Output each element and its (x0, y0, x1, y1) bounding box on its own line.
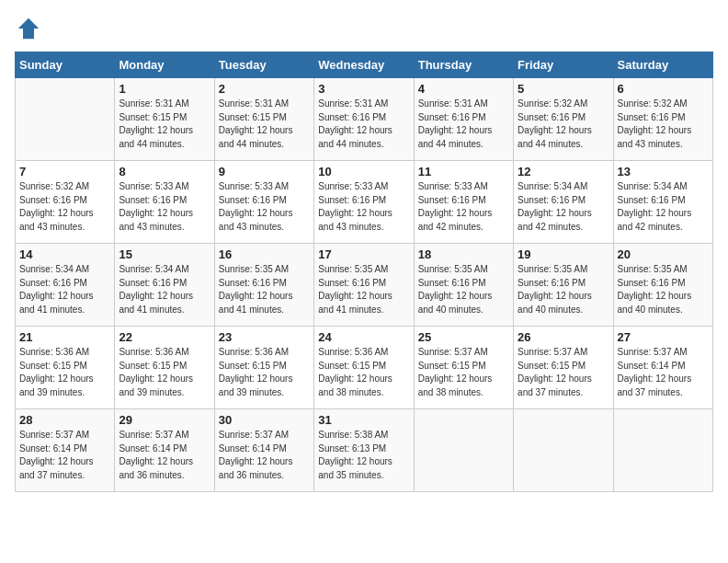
day-info: Sunrise: 5:37 AMSunset: 6:14 PMDaylight:… (618, 346, 709, 399)
day-info: Sunrise: 5:38 AMSunset: 6:13 PMDaylight:… (318, 429, 409, 482)
day-info: Sunrise: 5:37 AMSunset: 6:15 PMDaylight:… (418, 346, 509, 399)
day-number: 14 (19, 247, 110, 261)
page-header (15, 15, 713, 42)
day-info: Sunrise: 5:36 AMSunset: 6:15 PMDaylight:… (19, 346, 110, 399)
calendar-cell: 29Sunrise: 5:37 AMSunset: 6:14 PMDayligh… (115, 409, 214, 492)
calendar-cell: 25Sunrise: 5:37 AMSunset: 6:15 PMDayligh… (414, 327, 513, 409)
day-info: Sunrise: 5:35 AMSunset: 6:16 PMDaylight:… (618, 263, 709, 316)
calendar-cell: 16Sunrise: 5:35 AMSunset: 6:16 PMDayligh… (214, 244, 313, 327)
day-number: 17 (318, 247, 409, 261)
day-info: Sunrise: 5:34 AMSunset: 6:16 PMDaylight:… (119, 263, 210, 316)
day-number: 22 (119, 330, 210, 344)
day-info: Sunrise: 5:36 AMSunset: 6:15 PMDaylight:… (219, 346, 310, 399)
day-number: 8 (119, 165, 210, 178)
calendar-week-1: 1Sunrise: 5:31 AMSunset: 6:15 PMDaylight… (16, 78, 713, 161)
calendar-cell: 15Sunrise: 5:34 AMSunset: 6:16 PMDayligh… (115, 244, 214, 327)
day-info: Sunrise: 5:34 AMSunset: 6:16 PMDaylight:… (518, 180, 609, 234)
day-number: 15 (119, 247, 210, 261)
day-number: 1 (119, 82, 210, 96)
column-header-wednesday: Wednesday (314, 52, 414, 78)
calendar-cell: 1Sunrise: 5:31 AMSunset: 6:15 PMDaylight… (115, 78, 214, 161)
day-info: Sunrise: 5:36 AMSunset: 6:15 PMDaylight:… (119, 346, 210, 399)
day-number: 3 (318, 82, 409, 96)
day-info: Sunrise: 5:32 AMSunset: 6:16 PMDaylight:… (618, 98, 709, 151)
day-info: Sunrise: 5:33 AMSunset: 6:16 PMDaylight:… (119, 180, 210, 234)
logo-icon (15, 15, 42, 42)
calendar-cell: 11Sunrise: 5:33 AMSunset: 6:16 PMDayligh… (414, 161, 513, 244)
calendar-week-3: 14Sunrise: 5:34 AMSunset: 6:16 PMDayligh… (16, 244, 713, 327)
day-info: Sunrise: 5:35 AMSunset: 6:16 PMDaylight:… (219, 263, 310, 316)
calendar-cell: 17Sunrise: 5:35 AMSunset: 6:16 PMDayligh… (314, 244, 414, 327)
calendar-cell (414, 409, 513, 492)
day-number: 4 (418, 82, 509, 96)
day-info: Sunrise: 5:31 AMSunset: 6:16 PMDaylight:… (418, 98, 509, 151)
calendar-cell: 10Sunrise: 5:33 AMSunset: 6:16 PMDayligh… (314, 161, 414, 244)
day-number: 29 (119, 413, 210, 427)
column-header-tuesday: Tuesday (214, 52, 313, 78)
day-number: 21 (19, 330, 110, 344)
day-info: Sunrise: 5:35 AMSunset: 6:16 PMDaylight:… (518, 263, 609, 316)
calendar-cell: 4Sunrise: 5:31 AMSunset: 6:16 PMDaylight… (414, 78, 513, 161)
day-number: 25 (418, 330, 509, 344)
day-info: Sunrise: 5:32 AMSunset: 6:16 PMDaylight:… (19, 180, 110, 234)
day-info: Sunrise: 5:35 AMSunset: 6:16 PMDaylight:… (318, 263, 409, 316)
calendar-table: SundayMondayTuesdayWednesdayThursdayFrid… (15, 52, 713, 492)
calendar-week-4: 21Sunrise: 5:36 AMSunset: 6:15 PMDayligh… (16, 327, 713, 409)
day-number: 31 (318, 413, 409, 427)
calendar-cell: 13Sunrise: 5:34 AMSunset: 6:16 PMDayligh… (613, 161, 712, 244)
day-info: Sunrise: 5:37 AMSunset: 6:15 PMDaylight:… (518, 346, 609, 399)
day-info: Sunrise: 5:31 AMSunset: 6:15 PMDaylight:… (219, 98, 310, 151)
calendar-cell: 30Sunrise: 5:37 AMSunset: 6:14 PMDayligh… (214, 409, 313, 492)
column-header-monday: Monday (115, 52, 214, 78)
day-number: 10 (318, 165, 409, 178)
day-number: 6 (618, 82, 709, 96)
calendar-cell: 8Sunrise: 5:33 AMSunset: 6:16 PMDaylight… (115, 161, 214, 244)
day-number: 26 (518, 330, 609, 344)
calendar-cell: 12Sunrise: 5:34 AMSunset: 6:16 PMDayligh… (514, 161, 613, 244)
day-info: Sunrise: 5:34 AMSunset: 6:16 PMDaylight:… (19, 263, 110, 316)
day-number: 27 (618, 330, 709, 344)
calendar-cell: 3Sunrise: 5:31 AMSunset: 6:16 PMDaylight… (314, 78, 414, 161)
calendar-cell: 6Sunrise: 5:32 AMSunset: 6:16 PMDaylight… (613, 78, 712, 161)
calendar-cell: 27Sunrise: 5:37 AMSunset: 6:14 PMDayligh… (613, 327, 712, 409)
day-info: Sunrise: 5:32 AMSunset: 6:16 PMDaylight:… (518, 98, 609, 151)
column-header-saturday: Saturday (613, 52, 712, 78)
day-number: 20 (618, 247, 709, 261)
calendar-cell (16, 78, 115, 161)
day-number: 16 (219, 247, 310, 261)
day-number: 11 (418, 165, 509, 178)
day-number: 23 (219, 330, 310, 344)
day-number: 5 (518, 82, 609, 96)
day-info: Sunrise: 5:36 AMSunset: 6:15 PMDaylight:… (318, 346, 409, 399)
calendar-cell: 14Sunrise: 5:34 AMSunset: 6:16 PMDayligh… (16, 244, 115, 327)
day-info: Sunrise: 5:31 AMSunset: 6:16 PMDaylight:… (318, 98, 409, 151)
calendar-cell: 20Sunrise: 5:35 AMSunset: 6:16 PMDayligh… (613, 244, 712, 327)
column-header-friday: Friday (514, 52, 613, 78)
calendar-cell: 26Sunrise: 5:37 AMSunset: 6:15 PMDayligh… (514, 327, 613, 409)
day-number: 28 (19, 413, 110, 427)
column-header-thursday: Thursday (414, 52, 513, 78)
calendar-cell: 2Sunrise: 5:31 AMSunset: 6:15 PMDaylight… (214, 78, 313, 161)
calendar-cell (613, 409, 712, 492)
calendar-cell: 7Sunrise: 5:32 AMSunset: 6:16 PMDaylight… (16, 161, 115, 244)
calendar-cell: 28Sunrise: 5:37 AMSunset: 6:14 PMDayligh… (16, 409, 115, 492)
calendar-week-2: 7Sunrise: 5:32 AMSunset: 6:16 PMDaylight… (16, 161, 713, 244)
calendar-cell: 22Sunrise: 5:36 AMSunset: 6:15 PMDayligh… (115, 327, 214, 409)
column-header-sunday: Sunday (16, 52, 115, 78)
day-info: Sunrise: 5:33 AMSunset: 6:16 PMDaylight:… (418, 180, 509, 234)
calendar-cell: 21Sunrise: 5:36 AMSunset: 6:15 PMDayligh… (16, 327, 115, 409)
calendar-cell: 9Sunrise: 5:33 AMSunset: 6:16 PMDaylight… (214, 161, 313, 244)
calendar-cell: 5Sunrise: 5:32 AMSunset: 6:16 PMDaylight… (514, 78, 613, 161)
day-number: 9 (219, 165, 310, 178)
calendar-cell: 19Sunrise: 5:35 AMSunset: 6:16 PMDayligh… (514, 244, 613, 327)
calendar-cell (514, 409, 613, 492)
calendar-cell: 24Sunrise: 5:36 AMSunset: 6:15 PMDayligh… (314, 327, 414, 409)
calendar-week-5: 28Sunrise: 5:37 AMSunset: 6:14 PMDayligh… (16, 409, 713, 492)
day-info: Sunrise: 5:35 AMSunset: 6:16 PMDaylight:… (418, 263, 509, 316)
day-info: Sunrise: 5:34 AMSunset: 6:16 PMDaylight:… (618, 180, 709, 234)
calendar-cell: 23Sunrise: 5:36 AMSunset: 6:15 PMDayligh… (214, 327, 313, 409)
day-info: Sunrise: 5:33 AMSunset: 6:16 PMDaylight:… (318, 180, 409, 234)
day-number: 2 (219, 82, 310, 96)
calendar-cell: 31Sunrise: 5:38 AMSunset: 6:13 PMDayligh… (314, 409, 414, 492)
day-number: 18 (418, 247, 509, 261)
